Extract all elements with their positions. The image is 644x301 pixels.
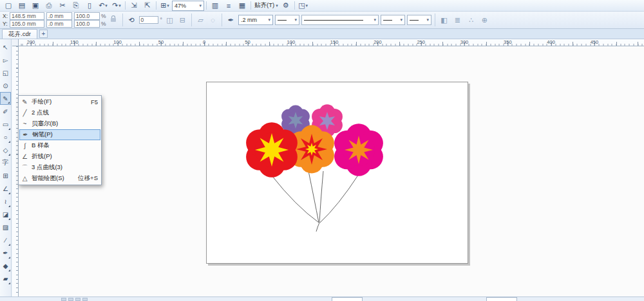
close-curve-button[interactable]: ◌ (207, 14, 218, 26)
polygon-tool[interactable]: ◇ (0, 143, 11, 156)
copy-button[interactable]: ⎘ (70, 1, 82, 11)
fit-page-button[interactable]: ⊕ (479, 14, 490, 26)
outline-pen-tool[interactable]: ✒ (0, 246, 11, 259)
flyout-item-3-point-curve[interactable]: ⌒3 点曲线(3) (19, 162, 100, 173)
scale-h-field[interactable]: 100.0 (74, 12, 100, 20)
rotation-angle-field[interactable]: 0 (139, 16, 158, 24)
flyout-item-smart-drawing[interactable]: △智能绘图(S)位移+S (19, 173, 100, 184)
page-nav-item[interactable] (61, 298, 66, 301)
flyout-item-2-point-line[interactable]: ╱2 点线 (19, 107, 100, 118)
document-tab[interactable]: 花卉.cdr (2, 29, 37, 39)
flower-stem[interactable] (319, 171, 323, 223)
dimension-tool[interactable]: ∠ (0, 182, 11, 195)
snap-to-button[interactable]: 贴齐(T)▾ (253, 1, 279, 11)
flower-stem[interactable] (308, 171, 319, 223)
undo-button[interactable]: ↶▾ (97, 1, 109, 11)
flower-stem[interactable] (272, 176, 319, 223)
application-launcher-icon: ⊞ (160, 1, 166, 10)
wrap-paragraph-text-button[interactable]: ◧ (439, 14, 450, 26)
print-button[interactable]: ⎙ (43, 1, 55, 11)
fill-tool[interactable]: ◆ (0, 259, 11, 272)
shape-tool[interactable]: ▻ (0, 53, 11, 66)
import-icon: ⇲ (131, 1, 137, 10)
snap-to-label: 贴齐(T) (254, 1, 275, 10)
welcome-screen-button[interactable]: ◳▾ (297, 1, 310, 11)
flower-star (305, 143, 318, 156)
view-rulers-button[interactable]: ≡ (222, 1, 235, 11)
new-tab-button[interactable]: + (39, 30, 48, 38)
pick-tool-icon: ↖ (3, 44, 8, 51)
import-button[interactable]: ⇲ (128, 1, 140, 11)
flyout-item-polyline[interactable]: ∠折线(P) (19, 151, 100, 162)
pick-tool[interactable]: ↖ (0, 41, 11, 53)
save-button[interactable]: ▣ (29, 1, 42, 11)
flyout-item-pen[interactable]: ✒钢笔(P) (19, 129, 100, 140)
interactive-fill-tool[interactable]: ▰ (0, 272, 11, 285)
y-position-field[interactable]: 105.0 mm (10, 20, 44, 28)
horizontal-ruler[interactable]: 20015010050050100150200250300350400450 (19, 39, 644, 46)
page-nav-item[interactable] (82, 298, 88, 301)
free-scale-button[interactable]: ∴ (466, 14, 477, 26)
table-tool[interactable]: ⊞ (0, 169, 11, 182)
object-height-field[interactable]: .0 mm (46, 20, 72, 28)
smart-drawing-icon: △ (21, 175, 29, 182)
page-nav-item[interactable] (75, 298, 80, 301)
flyout-item-b-spline[interactable]: ∫B 样条 (19, 140, 100, 151)
property-bar-tail-icons: ◧≣∴⊕ (439, 14, 490, 26)
magenta-flower[interactable] (334, 123, 383, 176)
ellipse-tool[interactable]: ○ (0, 131, 11, 143)
new-document-button[interactable]: ▢ (2, 1, 15, 11)
open-icon: ▤ (19, 1, 25, 10)
export-button[interactable]: ⇱ (141, 1, 154, 11)
line-cap-combo[interactable]: ▾ (407, 15, 431, 25)
cut-button[interactable]: ✂ (56, 1, 69, 11)
page-nav-item[interactable] (68, 298, 73, 301)
print-icon: ⎙ (46, 1, 52, 10)
flyout-item-freehand[interactable]: ✎手绘(F)F5 (19, 96, 100, 107)
flower-stem[interactable] (316, 223, 319, 232)
outline-pen-icon: ✒ (225, 14, 236, 26)
text-tool-icon: 字 (3, 158, 9, 167)
outline-settings-button[interactable]: ≣ (452, 14, 463, 26)
text-tool[interactable]: 字 (0, 156, 11, 169)
x-position-field[interactable]: 148.5 mm (10, 12, 44, 20)
mirror-horizontal-button[interactable]: ◫ (164, 14, 175, 26)
paste-button[interactable]: ▯ (83, 1, 96, 11)
options-button[interactable]: ⚙ (279, 1, 292, 11)
zoom-levels-combo[interactable]: 47%▾ (172, 1, 204, 11)
flower-star (345, 136, 373, 164)
line-style-combo[interactable]: ▾ (301, 15, 379, 25)
drawing-window[interactable] (19, 46, 644, 296)
transparency-tool[interactable]: ▨ (0, 221, 11, 233)
view-grid-button[interactable]: ▦ (236, 1, 249, 11)
ruler-label: 50 (158, 39, 164, 45)
page-navigation[interactable] (61, 298, 88, 301)
drawing-page[interactable] (206, 82, 468, 264)
arrowhead-preview (278, 20, 287, 21)
mirror-vertical-button[interactable]: ⊟ (177, 14, 188, 26)
crop-tool[interactable]: ◱ (0, 66, 11, 79)
connector-tool[interactable]: ≀ (0, 195, 11, 208)
polyline-icon: ∠ (21, 153, 29, 160)
start-arrowhead-combo[interactable]: ▾ (275, 15, 299, 25)
flyout-item-bezier[interactable]: ~贝塞尔(B) (19, 118, 100, 129)
object-width-field[interactable]: .0 mm (46, 12, 72, 20)
full-screen-preview-button[interactable]: ▥ (209, 1, 222, 11)
end-arrowhead-combo[interactable]: ▾ (381, 15, 405, 25)
object-position-group: X: 148.5 mm Y: 105.0 mm (3, 13, 44, 28)
eyedropper-tool[interactable]: ∕ (0, 233, 11, 246)
rectangle-tool[interactable]: ▭ (0, 118, 11, 131)
outline-width-combo[interactable]: .2 mm ▾ (238, 15, 273, 25)
convert-to-curves-button[interactable]: ▱ (195, 14, 206, 26)
artistic-media-tool[interactable]: ✐ (0, 105, 11, 118)
flower-stem[interactable] (320, 174, 359, 223)
zoom-tool[interactable]: ⊙ (0, 79, 11, 92)
lock-ratio-button[interactable] (108, 14, 119, 26)
application-launcher-button[interactable]: ⊞▾ (158, 1, 171, 11)
scale-v-field[interactable]: 100.0 (74, 20, 100, 28)
freehand-tool[interactable]: ✎ (0, 92, 11, 105)
open-button[interactable]: ▤ (15, 1, 28, 11)
drop-shadow-tool[interactable]: ◪ (0, 208, 11, 221)
flower-star (255, 133, 289, 167)
redo-button[interactable]: ↷▾ (110, 1, 123, 11)
